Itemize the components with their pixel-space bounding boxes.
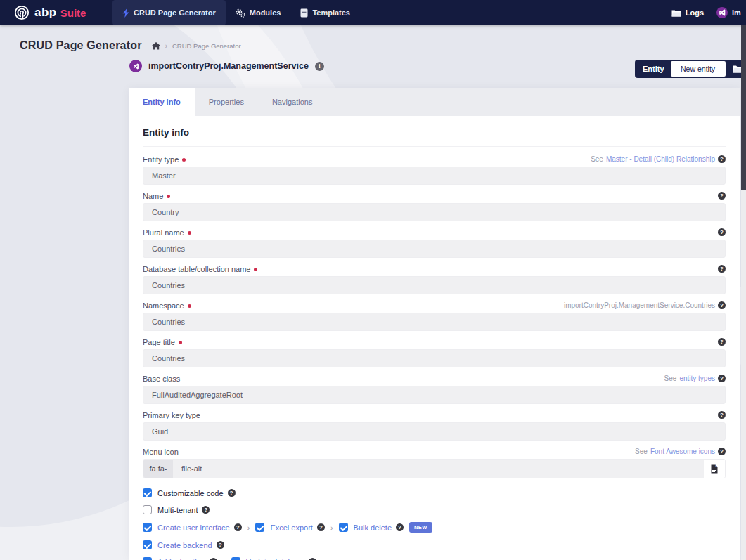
chevron-separator: [223, 558, 226, 560]
nav-item-modules[interactable]: Modules: [226, 0, 291, 25]
required-dot: [188, 231, 191, 235]
field-label: Entity type: [143, 155, 179, 164]
add-migration-label: Add migration: [157, 558, 205, 560]
field-label: Namespace: [143, 301, 184, 310]
excel-export-checkbox[interactable]: [255, 523, 264, 532]
field-page-title: Page title: [143, 337, 726, 367]
base-class-select[interactable]: [143, 386, 726, 404]
icon-preview-button[interactable]: [704, 460, 725, 478]
new-badge: NEW: [409, 522, 432, 533]
breadcrumb-current: CRUD Page Generator: [172, 42, 241, 50]
menu-icon-input[interactable]: [173, 460, 704, 478]
brand-suite: Suite: [60, 7, 86, 19]
customizable-code-checkbox[interactable]: [143, 488, 152, 497]
field-helper: See Master - Detail (Child) Relationship: [591, 155, 726, 163]
help-icon[interactable]: [718, 411, 726, 419]
help-icon[interactable]: [718, 338, 726, 346]
create-backend-label: Create backend: [157, 541, 212, 549]
tab-navigations[interactable]: Navigations: [258, 88, 326, 116]
page-title-input[interactable]: [143, 349, 726, 367]
help-icon[interactable]: [228, 489, 236, 497]
help-icon[interactable]: [718, 228, 726, 236]
help-icon[interactable]: [718, 375, 726, 382]
tab-entity-info[interactable]: Entity info: [129, 88, 195, 116]
section-divider: [143, 146, 726, 147]
help-icon[interactable]: [317, 523, 325, 531]
see-text: See: [664, 375, 677, 382]
app-window: abp Suite CRUD Page Generator Modules: [0, 0, 746, 560]
required-dot: [254, 268, 257, 271]
font-awesome-icons-link[interactable]: Font Awesome icons: [650, 448, 715, 455]
namespace-input[interactable]: [143, 313, 726, 331]
entity-type-select[interactable]: [143, 167, 726, 185]
field-helper: See entity types: [664, 375, 726, 382]
field-label: Menu icon: [143, 448, 179, 456]
top-navbar: abp Suite CRUD Page Generator Modules: [0, 0, 746, 25]
plural-name-input[interactable]: [143, 240, 726, 258]
nav-item-label: Modules: [250, 8, 281, 17]
help-icon[interactable]: [234, 523, 242, 531]
field-menu-icon: Menu icon See Font Awesome icons fa fa-: [143, 447, 726, 478]
chevron-separator: [330, 523, 333, 532]
folder-icon: [671, 9, 681, 17]
create-backend-checkbox[interactable]: [143, 540, 152, 549]
name-input[interactable]: [143, 203, 726, 221]
master-detail-relationship-link[interactable]: Master - Detail (Child) Relationship: [606, 155, 715, 163]
new-entity-select-value: - New entity -: [676, 65, 720, 73]
scrollbar-thumb[interactable]: [741, 25, 746, 190]
add-migration-checkbox[interactable]: [143, 557, 152, 560]
bolt-icon: [122, 8, 129, 18]
tab-properties[interactable]: Properties: [195, 88, 258, 116]
required-dot: [188, 304, 191, 308]
file-alt-icon: [711, 464, 718, 474]
field-label: Name: [143, 192, 163, 200]
field-label: Page title: [143, 338, 175, 346]
excel-export-label: Excel export: [270, 523, 313, 532]
nav-item-templates[interactable]: Templates: [290, 0, 360, 25]
required-dot: [182, 158, 186, 162]
create-user-interface-label: Create user interface: [157, 523, 230, 532]
entity-group-label: Entity: [636, 65, 671, 73]
help-icon[interactable]: [718, 448, 726, 455]
tab-label: Entity info: [143, 98, 181, 106]
create-user-interface-checkbox[interactable]: [143, 523, 152, 532]
menu-icon-input-group: fa fa-: [143, 459, 726, 478]
database-table-name-input[interactable]: [143, 276, 726, 294]
tab-label: Properties: [209, 98, 244, 106]
solution-button[interactable]: im: [716, 7, 745, 18]
help-icon[interactable]: [718, 192, 726, 200]
checkbox-row-customizable-code: Customizable code: [143, 488, 726, 497]
field-primary-key-type: Primary key type: [143, 410, 726, 441]
bulk-delete-checkbox[interactable]: [339, 523, 348, 532]
field-label: Plural name: [143, 228, 184, 237]
abp-suite-logo[interactable]: abp Suite: [0, 5, 112, 20]
field-namespace: Namespace importContryProj.ManagementSer…: [143, 301, 726, 331]
scrollbar-track[interactable]: [741, 25, 746, 560]
entity-info-panel: Entity info Entity type See Master - Det…: [129, 116, 740, 560]
help-icon[interactable]: [718, 265, 726, 273]
help-icon[interactable]: [202, 506, 210, 514]
entity-title: importContryProj.ManagementService: [148, 61, 309, 71]
tab-label: Navigations: [272, 98, 312, 106]
logs-button[interactable]: Logs: [671, 8, 704, 17]
multi-tenant-checkbox[interactable]: [143, 505, 152, 514]
visual-studio-project-icon: [129, 60, 142, 72]
bulk-delete-label: Bulk delete: [354, 523, 392, 532]
primary-key-type-select[interactable]: [143, 422, 726, 441]
help-icon[interactable]: [718, 301, 726, 309]
field-label: Primary key type: [143, 411, 200, 419]
entity-action-group: Entity - New entity -: [635, 60, 746, 78]
help-icon[interactable]: [217, 541, 224, 549]
new-entity-select[interactable]: - New entity -: [671, 61, 726, 77]
nav-item-crud-page-generator[interactable]: CRUD Page Generator: [112, 0, 226, 25]
see-text: See: [635, 448, 648, 455]
help-icon[interactable]: [718, 155, 726, 163]
update-database-checkbox[interactable]: [231, 557, 240, 560]
multi-tenant-label: Multi-tenant: [157, 506, 198, 514]
help-icon[interactable]: [396, 523, 404, 531]
entity-card: Entity info Properties Navigations Entit…: [129, 88, 740, 560]
info-icon[interactable]: [315, 62, 324, 71]
entity-types-link[interactable]: entity types: [679, 375, 715, 382]
required-dot: [167, 195, 170, 198]
home-icon[interactable]: [152, 42, 160, 50]
